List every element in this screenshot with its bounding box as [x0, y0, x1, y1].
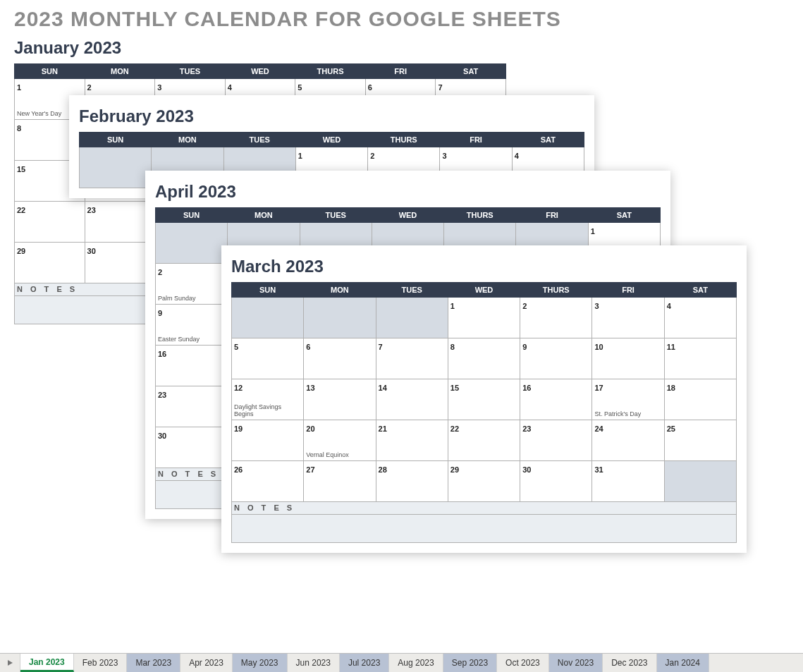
day-header: SAT [436, 64, 506, 79]
calendar-cell[interactable]: 22 [15, 202, 85, 243]
sheet-tab[interactable]: Dec 2023 [603, 654, 656, 672]
day-header: MON [228, 208, 300, 223]
sheet-tab[interactable]: Feb 2023 [74, 654, 128, 672]
calendar-cell[interactable]: 11 [664, 338, 736, 379]
day-header: WED [225, 64, 295, 79]
day-header: TUES [223, 133, 295, 147]
day-header: SAT [588, 208, 660, 223]
calendar-grid-mar: SUNMONTUESWEDTHURSFRISAT123456789101112D… [231, 282, 737, 543]
day-header: MON [152, 133, 223, 147]
sheet-tab[interactable]: Nov 2023 [549, 654, 603, 672]
calendar-cell[interactable]: 30 [85, 243, 155, 283]
day-header: SAT [512, 133, 584, 147]
calendar-cell[interactable]: 29 [448, 461, 520, 502]
day-header: SUN [15, 64, 85, 79]
calendar-cell-empty [80, 147, 152, 188]
calendar-cell[interactable]: 5 [232, 338, 304, 379]
calendar-cell[interactable]: 25 [664, 420, 736, 461]
calendar-cell[interactable]: 7 [376, 338, 448, 379]
calendar-cell[interactable]: 29 [15, 243, 85, 283]
day-header: SUN [232, 283, 304, 298]
day-header: THURS [295, 64, 366, 79]
day-header: FRI [516, 208, 588, 223]
calendar-cell[interactable]: 9 [520, 338, 592, 379]
day-header: MON [304, 283, 376, 298]
calendar-cell[interactable]: 20Vernal Equinox [304, 420, 376, 461]
page-title: 2023 MONTHLY CALENDAR FOR GOOGLE SHEETS [0, 0, 803, 31]
calendar-cell[interactable]: 27 [304, 461, 376, 502]
calendar-cell[interactable]: 22 [448, 420, 520, 461]
calendar-cell[interactable]: 12Daylight Savings Begins [232, 379, 304, 420]
day-header: THURS [444, 208, 516, 223]
day-header: SAT [664, 283, 736, 298]
month-title: March 2023 [231, 257, 737, 276]
calendar-cell[interactable]: 23 [85, 202, 155, 243]
calendar-cell[interactable]: 13 [304, 379, 376, 420]
calendar-cell[interactable]: 3 [592, 298, 664, 338]
sheet-tab[interactable]: Oct 2023 [497, 654, 549, 672]
calendar-cell-empty [156, 223, 228, 264]
calendar-cell[interactable]: 31 [592, 461, 664, 502]
day-header: TUES [300, 208, 372, 223]
day-header: FRI [440, 133, 512, 147]
calendar-march: March 2023 SUNMONTUESWEDTHURSFRISAT12345… [221, 245, 747, 553]
day-header: FRI [592, 283, 664, 298]
day-header: WED [372, 208, 443, 223]
calendar-cell[interactable]: 6 [304, 338, 376, 379]
calendar-cell[interactable]: 26 [232, 461, 304, 502]
sheet-tab[interactable]: Aug 2023 [389, 654, 443, 672]
calendar-cell[interactable]: 8 [448, 338, 520, 379]
notes-area[interactable] [232, 515, 737, 543]
day-header: WED [295, 133, 367, 147]
calendar-cell[interactable]: 28 [376, 461, 448, 502]
notes-label: N O T E S [232, 502, 737, 515]
sheet-tab-bar: Jan 2023Feb 2023Mar 2023Apr 2023May 2023… [0, 653, 803, 672]
sheet-tab[interactable]: May 2023 [233, 654, 288, 672]
calendar-cell[interactable]: 1 [448, 298, 520, 338]
calendar-cell[interactable]: 9Easter Sunday [156, 305, 228, 346]
calendar-cell[interactable]: 30 [156, 427, 228, 468]
sheet-tab[interactable]: Jun 2023 [288, 654, 340, 672]
day-header: TUES [376, 283, 448, 298]
day-header: THURS [520, 283, 592, 298]
calendar-cell[interactable]: 30 [520, 461, 592, 502]
calendar-cell[interactable]: 17St. Patrick's Day [592, 379, 664, 420]
svg-marker-0 [8, 660, 13, 666]
calendar-cell[interactable]: 23 [520, 420, 592, 461]
calendar-cell[interactable]: 21 [376, 420, 448, 461]
day-header: SUN [156, 208, 228, 223]
month-title: January 2023 [14, 38, 506, 58]
calendar-cell[interactable]: 24 [592, 420, 664, 461]
sheet-tab[interactable]: Jan 2023 [20, 654, 74, 672]
calendar-cell[interactable]: 14 [376, 379, 448, 420]
calendar-cell-empty [664, 461, 736, 502]
day-header: FRI [365, 64, 436, 79]
sheet-tab[interactable]: Jul 2023 [340, 654, 389, 672]
day-header: MON [85, 64, 155, 79]
calendar-cell-empty [376, 298, 448, 338]
calendar-cell[interactable]: 18 [664, 379, 736, 420]
month-title: February 2023 [79, 106, 584, 126]
calendar-cell[interactable]: 16 [156, 346, 228, 386]
calendar-cell-empty [232, 298, 304, 338]
sheet-tab[interactable]: Mar 2023 [127, 654, 180, 672]
day-header: WED [448, 283, 520, 298]
calendar-cell[interactable]: 23 [156, 386, 228, 427]
calendar-cell-empty [304, 298, 376, 338]
day-header: SUN [80, 133, 152, 147]
sheet-tab[interactable]: Apr 2023 [180, 654, 233, 672]
day-header: THURS [368, 133, 440, 147]
calendar-cell[interactable]: 15 [448, 379, 520, 420]
calendar-cell[interactable]: 2Palm Sunday [156, 264, 228, 305]
sheet-tab[interactable]: Sep 2023 [443, 654, 497, 672]
calendar-cell[interactable]: 4 [664, 298, 736, 338]
month-title: April 2023 [155, 182, 661, 202]
calendar-cell[interactable]: 10 [592, 338, 664, 379]
calendar-cell[interactable]: 19 [232, 420, 304, 461]
calendar-cell[interactable]: 2 [520, 298, 592, 338]
sheet-tab[interactable]: Jan 2024 [657, 654, 709, 672]
day-header: TUES [155, 64, 226, 79]
play-icon[interactable] [0, 654, 20, 672]
calendar-cell[interactable]: 16 [520, 379, 592, 420]
